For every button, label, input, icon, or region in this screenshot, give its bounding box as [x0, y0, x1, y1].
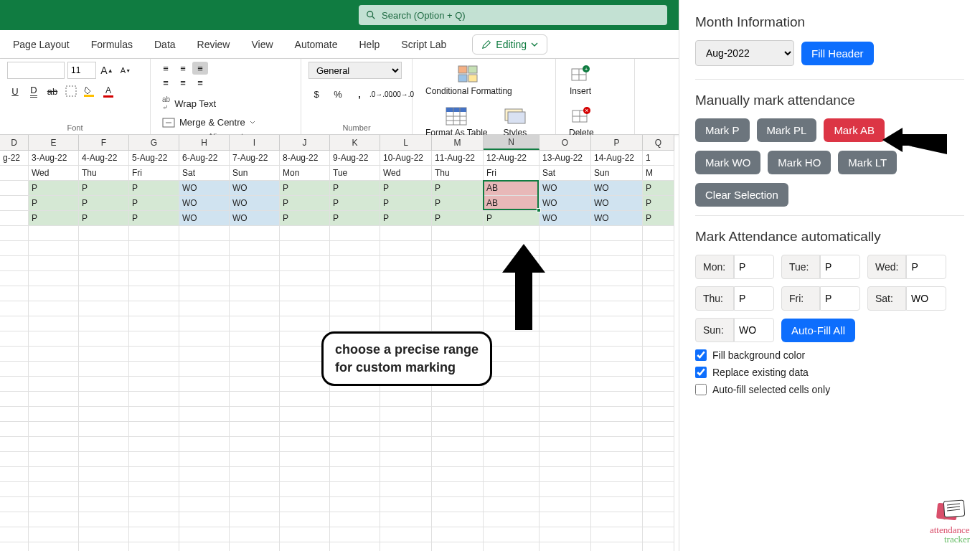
cell[interactable] [79, 316, 129, 331]
decrease-decimal-icon[interactable]: .00→.0 [395, 86, 410, 102]
cell[interactable] [29, 331, 79, 347]
cell[interactable] [330, 392, 380, 407]
cell[interactable] [643, 407, 674, 422]
cell[interactable] [380, 226, 432, 241]
font-color-icon[interactable]: A [100, 83, 116, 99]
cell[interactable] [129, 316, 179, 331]
mark-lt-button[interactable]: Mark LT [838, 151, 897, 174]
cell[interactable] [0, 452, 29, 467]
cell[interactable] [0, 211, 29, 226]
double-underline-icon[interactable]: D [26, 83, 42, 99]
underline-icon[interactable]: U [7, 83, 23, 99]
cell[interactable]: WO [540, 196, 591, 211]
cell[interactable]: P [129, 211, 179, 226]
cell[interactable] [484, 452, 540, 467]
cell[interactable] [643, 316, 674, 331]
cell[interactable] [129, 407, 179, 422]
cell[interactable] [230, 497, 280, 512]
cell[interactable]: WO [230, 196, 280, 211]
cell[interactable] [380, 301, 432, 316]
cell[interactable] [79, 256, 129, 271]
cell[interactable] [79, 422, 129, 437]
column-header-E[interactable]: E [29, 135, 79, 150]
cell[interactable] [129, 377, 179, 392]
cell[interactable] [380, 241, 432, 256]
month-select[interactable]: Aug-2022 [695, 40, 794, 66]
cell[interactable] [129, 392, 179, 407]
cell[interactable]: 3-Aug-22 [29, 151, 79, 166]
cell[interactable]: P [280, 196, 330, 211]
cell[interactable] [179, 256, 230, 271]
cell[interactable] [591, 241, 643, 256]
cell[interactable] [643, 331, 674, 347]
editing-mode-button[interactable]: Editing [472, 34, 547, 55]
cell[interactable] [79, 482, 129, 497]
cell[interactable] [643, 362, 674, 377]
cell[interactable] [540, 347, 591, 362]
align-center-icon[interactable]: ≡ [175, 76, 191, 89]
cell[interactable] [432, 482, 484, 497]
cell[interactable] [380, 467, 432, 482]
cell[interactable] [330, 497, 380, 512]
mark-wo-button[interactable]: Mark WO [695, 151, 760, 174]
cell[interactable] [129, 437, 179, 452]
cell[interactable] [330, 241, 380, 256]
cell[interactable]: Tue [330, 166, 380, 181]
cell[interactable] [0, 286, 29, 301]
column-header-M[interactable]: M [432, 135, 484, 150]
cell[interactable] [591, 316, 643, 331]
cell[interactable] [280, 241, 330, 256]
cell[interactable] [484, 527, 540, 542]
cell[interactable]: P [29, 211, 79, 226]
cell[interactable] [129, 331, 179, 347]
cell[interactable] [432, 527, 484, 542]
cell[interactable] [330, 256, 380, 271]
fri-input[interactable] [820, 286, 860, 311]
cell[interactable]: Thu [79, 166, 129, 181]
cell[interactable] [330, 527, 380, 542]
cell[interactable] [380, 542, 432, 551]
cell[interactable] [0, 301, 29, 316]
auto-fill-all-button[interactable]: Auto-Fill All [781, 319, 855, 342]
cell[interactable]: P [432, 211, 484, 226]
cell[interactable] [330, 512, 380, 527]
selection-handle[interactable] [537, 208, 541, 212]
cell[interactable] [540, 407, 591, 422]
cell[interactable] [129, 527, 179, 542]
cell[interactable] [484, 542, 540, 551]
comma-icon[interactable]: , [352, 86, 367, 102]
cell[interactable] [29, 467, 79, 482]
cell[interactable] [432, 256, 484, 271]
cell[interactable] [29, 512, 79, 527]
cell[interactable] [380, 482, 432, 497]
cell[interactable] [591, 331, 643, 347]
cell[interactable] [484, 497, 540, 512]
cell[interactable] [79, 407, 129, 422]
cell[interactable] [280, 392, 330, 407]
cell[interactable] [230, 331, 280, 347]
cell[interactable] [0, 316, 29, 331]
cell[interactable] [79, 347, 129, 362]
cell[interactable] [0, 347, 29, 362]
cell[interactable] [484, 437, 540, 452]
cell[interactable] [0, 437, 29, 452]
cell[interactable] [643, 482, 674, 497]
cell[interactable] [280, 256, 330, 271]
cell[interactable] [540, 301, 591, 316]
cell[interactable] [591, 422, 643, 437]
number-format-select[interactable]: General [308, 62, 402, 79]
fill-bg-checkbox-row[interactable]: Fill background color [695, 349, 964, 361]
cell[interactable]: 9-Aug-22 [330, 151, 380, 166]
cell[interactable] [540, 497, 591, 512]
cell[interactable]: P [380, 211, 432, 226]
insert-cells-button[interactable]: + Insert [563, 62, 598, 99]
mon-input[interactable] [734, 255, 774, 279]
cell[interactable]: P [484, 211, 540, 226]
cell[interactable] [0, 331, 29, 347]
cell[interactable] [380, 437, 432, 452]
cell[interactable] [230, 301, 280, 316]
cell[interactable] [330, 316, 380, 331]
cell[interactable] [432, 316, 484, 331]
cell[interactable]: P [432, 196, 484, 211]
cell[interactable] [643, 437, 674, 452]
